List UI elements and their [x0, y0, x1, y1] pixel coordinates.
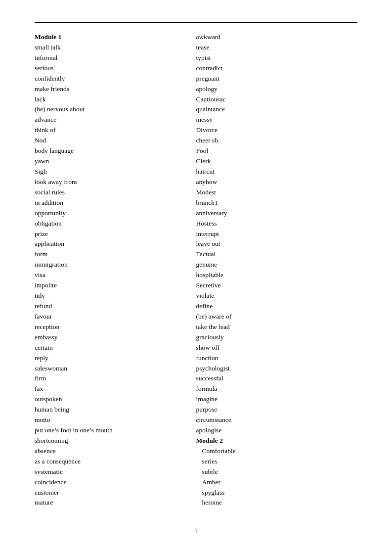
- list-item: put one’s foot in one’s mouth: [35, 425, 196, 436]
- list-item: as a consequence: [35, 457, 196, 467]
- list-item: typist: [196, 53, 358, 63]
- list-item: Secretive: [196, 280, 358, 291]
- list-item: function: [196, 353, 358, 364]
- top-border: [35, 22, 357, 23]
- list-item: motto: [35, 415, 196, 425]
- list-item: quaintance: [196, 104, 358, 115]
- list-item: graciously: [196, 332, 358, 343]
- list-item: (be) aware of: [196, 312, 358, 322]
- list-item: think of: [35, 125, 196, 136]
- list-item: circumstance: [196, 415, 358, 425]
- list-item: Cautiousac: [196, 94, 358, 105]
- list-item: leave out: [196, 239, 358, 249]
- list-item: Nod: [35, 136, 196, 146]
- list-item: contradict: [196, 63, 358, 74]
- list-item: reception: [35, 322, 196, 332]
- list-item: take the lead: [196, 322, 358, 332]
- list-item: (be) nervous about: [35, 104, 196, 115]
- list-item: haircut: [196, 167, 358, 177]
- list-item: successful: [196, 373, 358, 384]
- list-item: coincidence: [35, 477, 196, 488]
- list-item: purpose: [196, 405, 358, 415]
- list-item: Modest: [196, 187, 358, 198]
- list-item: impolite: [35, 280, 196, 291]
- list-item: shortcoming: [35, 436, 196, 446]
- list-item: psychologist: [196, 364, 358, 374]
- list-item: Clerk: [196, 156, 358, 167]
- list-item: human being: [35, 405, 196, 415]
- list-item: formula: [196, 384, 358, 394]
- list-item: serious: [35, 63, 196, 74]
- list-item: messy: [196, 115, 358, 125]
- list-item: heroine: [196, 498, 358, 508]
- list-item: lack: [35, 94, 196, 105]
- list-item: application: [35, 239, 196, 249]
- list-item: reply: [35, 353, 196, 364]
- list-item: Amber: [196, 477, 358, 488]
- list-item: Module 1: [35, 32, 196, 43]
- list-item: Divorce: [196, 125, 358, 136]
- list-item: Hostess: [196, 219, 358, 229]
- list-item: form: [35, 249, 196, 260]
- list-item: systematic: [35, 467, 196, 477]
- content: Module 1small talkinformalseriousconfide…: [35, 32, 357, 508]
- list-item: look away from: [35, 177, 196, 187]
- list-item: genuine: [196, 260, 358, 270]
- list-item: immigration: [35, 260, 196, 270]
- list-item: spyglass: [196, 488, 358, 498]
- list-item: hospitable: [196, 270, 358, 280]
- list-item: Module 2: [196, 436, 358, 446]
- list-item: Fool: [196, 146, 358, 156]
- list-item: anyhow: [196, 177, 358, 187]
- list-item: advance: [35, 115, 196, 125]
- list-item: firm: [35, 373, 196, 384]
- list-item: apologise: [196, 425, 358, 436]
- list-item: fax: [35, 384, 196, 394]
- list-item: show off: [196, 343, 358, 353]
- list-item: make friends: [35, 84, 196, 94]
- list-item: Factual: [196, 249, 358, 260]
- list-item: pregnant: [196, 74, 358, 84]
- right-column: awkwardteasetypistcontradictpregnantapol…: [196, 32, 358, 508]
- list-item: tease: [196, 43, 358, 53]
- list-item: in addition: [35, 198, 196, 208]
- list-item: brunch1: [196, 198, 358, 208]
- left-column: Module 1small talkinformalseriousconfide…: [35, 32, 196, 508]
- list-item: anniversary: [196, 208, 358, 219]
- list-item: imagine: [196, 394, 358, 405]
- list-item: small talk: [35, 43, 196, 53]
- page-number: 1: [194, 527, 198, 535]
- list-item: prize: [35, 229, 196, 239]
- list-item: yawn: [35, 156, 196, 167]
- list-item: awkward: [196, 32, 358, 43]
- list-item: apology: [196, 84, 358, 94]
- list-item: mature: [35, 498, 196, 508]
- list-item: obligation: [35, 219, 196, 229]
- list-item: social rules: [35, 187, 196, 198]
- list-item: embassy: [35, 332, 196, 343]
- list-item: interrupt: [196, 229, 358, 239]
- list-item: body language: [35, 146, 196, 156]
- list-item: subtle: [196, 467, 358, 477]
- list-item: confidently: [35, 74, 196, 84]
- list-item: customer: [35, 488, 196, 498]
- list-item: saleswoman: [35, 364, 196, 374]
- list-item: informal: [35, 53, 196, 63]
- list-item: outspoken: [35, 394, 196, 405]
- list-item: visa: [35, 270, 196, 280]
- list-item: favour: [35, 312, 196, 322]
- list-item: tidy: [35, 291, 196, 301]
- list-item: refund: [35, 301, 196, 312]
- list-item: Comfortable: [196, 446, 358, 457]
- list-item: define: [196, 301, 358, 312]
- list-item: certain: [35, 343, 196, 353]
- list-item: series: [196, 457, 358, 467]
- page: Module 1small talkinformalseriousconfide…: [0, 0, 392, 555]
- list-item: absence: [35, 446, 196, 457]
- list-item: violate: [196, 291, 358, 301]
- list-item: Sigh: [35, 167, 196, 177]
- list-item: opportunity: [35, 208, 196, 219]
- list-item: cheer sb.: [196, 136, 358, 146]
